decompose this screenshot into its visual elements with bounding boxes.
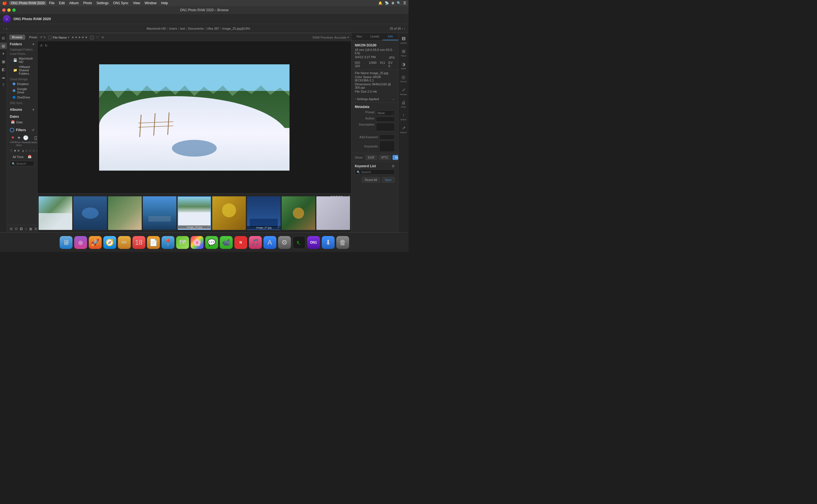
screen-icon[interactable]: 🖥	[391, 1, 395, 5]
breadcrumb-users[interactable]: Users	[169, 27, 177, 30]
tab-browse[interactable]: Browse	[9, 35, 25, 40]
minimize-button[interactable]	[7, 8, 11, 12]
multi-icon[interactable]: ⊞	[34, 226, 37, 231]
filmstrip-icon[interactable]: ⊟	[14, 226, 18, 231]
photo-preview-area[interactable]: ↺ ↻	[37, 41, 351, 193]
airplay-icon[interactable]: 📡	[385, 1, 389, 5]
tab-presets[interactable]: Presets	[26, 35, 37, 40]
breadcrumb-file[interactable]: Image_25.jpg@18%	[222, 27, 250, 30]
pano-icon-item[interactable]: ⊞ Pano	[398, 48, 408, 58]
rotate-right-icon[interactable]: ↻	[43, 36, 46, 39]
close-button[interactable]	[2, 8, 6, 12]
menu-album[interactable]: Album	[67, 1, 80, 5]
reset-all-button[interactable]: Reset All	[362, 177, 380, 183]
dock-klokki[interactable]: ✏	[118, 236, 131, 249]
nav-back[interactable]: ‹	[3, 26, 5, 31]
file-name-dropdown-icon[interactable]: ▾	[68, 36, 69, 39]
dock-calendar[interactable]: 18	[132, 236, 145, 249]
focus-icon-item[interactable]: ◎ Focus	[398, 73, 408, 84]
effects-icon[interactable]: ✦	[0, 50, 7, 57]
color-label-swatch[interactable]	[90, 36, 94, 39]
strip-thumb-7[interactable]: Image_27.jpg ⤢	[247, 196, 281, 230]
star-rate-4[interactable]: ★	[81, 36, 84, 39]
strip-thumb-4[interactable]	[143, 196, 176, 230]
dock-trash[interactable]: 🗑	[336, 236, 349, 249]
menu-settings[interactable]: Settings	[95, 1, 110, 5]
dock-safari[interactable]: 🧭	[103, 236, 116, 249]
tab-nav[interactable]: Nav	[351, 33, 367, 40]
rotate-left-icon[interactable]: ↺	[40, 36, 42, 39]
cloud-icon[interactable]: ☁	[0, 74, 7, 81]
single-icon[interactable]: □	[24, 226, 27, 231]
tab-levels[interactable]: Levels	[367, 33, 383, 40]
keyword-gear-icon[interactable]: ⚙	[392, 164, 395, 168]
star-rate-1[interactable]: ★	[71, 36, 74, 39]
albums-add-button[interactable]: +	[32, 107, 34, 112]
show-none-btn[interactable]: None	[393, 155, 398, 160]
author-input[interactable]	[376, 117, 395, 122]
dock-siri[interactable]: ◎	[74, 236, 87, 249]
filter-liked[interactable]: ♥ Liked	[10, 135, 16, 147]
heart-outline-icon[interactable]: ♥	[14, 149, 16, 153]
strip-thumb-2[interactable]	[73, 196, 107, 230]
calendar-icon[interactable]: 📅	[28, 155, 32, 159]
all-time-label[interactable]: All Time	[13, 155, 27, 159]
dock-maps[interactable]: 📍	[161, 236, 174, 249]
dock-finder[interactable]: 🖥	[60, 236, 72, 249]
star-1[interactable]: ☆	[25, 149, 28, 153]
layers-icon-item[interactable]: ⊟ Layers	[398, 35, 408, 45]
macintosh-hd-item[interactable]: › 💾 Macintosh HD	[7, 56, 37, 64]
strip-thumb-5-selected[interactable]: Image_25.jpg ♡ ⤢	[177, 196, 211, 230]
nav-forward[interactable]: ›	[6, 26, 7, 31]
dock-messages[interactable]: 💬	[205, 236, 218, 249]
keywords-box[interactable]	[379, 141, 395, 152]
show-iptc-btn[interactable]: IPTC	[379, 155, 391, 160]
browse-icon[interactable]: ⊞	[0, 35, 7, 41]
portrait-icon[interactable]: ▣	[0, 58, 7, 65]
panel-toggle-icon[interactable]: ⊞	[9, 226, 13, 231]
help-icon[interactable]: ?	[0, 82, 7, 88]
filter-recent[interactable]: 🕐 Recent	[22, 135, 30, 147]
dock-pages[interactable]: 📄	[147, 236, 160, 249]
export-icon-item[interactable]: ↗ Export	[398, 124, 408, 135]
dock-facetime[interactable]: 📹	[220, 236, 233, 249]
dock-music[interactable]: 🎵	[249, 236, 262, 249]
star-rate-2[interactable]: ★	[75, 36, 77, 39]
strip-expand-7[interactable]: ⤢	[277, 226, 280, 229]
maximize-button[interactable]	[12, 8, 16, 12]
vmware-item[interactable]: › 📁 VMware Shared Folders	[7, 64, 37, 76]
count-next[interactable]: ›	[404, 27, 405, 30]
resize-icon-item[interactable]: ⤢ Resize	[398, 86, 408, 97]
control-center-icon[interactable]: ☰	[403, 1, 406, 5]
compare-icon[interactable]: ▣	[29, 226, 33, 231]
breadcrumb-macintosh-hd[interactable]: Macintosh HD	[147, 27, 166, 30]
star-rate-5[interactable]: ★	[85, 36, 88, 39]
menu-photo[interactable]: Photo	[81, 1, 93, 5]
dock-news[interactable]: N	[234, 236, 247, 249]
onedrive-item[interactable]: OneDrive	[7, 95, 37, 100]
menu-on1sync[interactable]: ON1 Sync	[111, 1, 130, 5]
menu-view[interactable]: View	[131, 1, 142, 5]
strip-thumb-6[interactable]	[212, 196, 246, 230]
star-rate-3[interactable]: ★	[78, 36, 81, 39]
dropbox-item[interactable]: Dropbox	[7, 81, 37, 86]
share-icon-item[interactable]: ↑ Share	[398, 112, 408, 122]
menu-edit[interactable]: Edit	[57, 1, 67, 5]
strip-thumb-9[interactable]	[316, 196, 350, 230]
star-2[interactable]: ☆	[29, 149, 32, 153]
menu-app[interactable]: ON1 Photo RAW 2020	[9, 1, 46, 5]
dock-maps2[interactable]: 🗺	[176, 236, 189, 249]
dock-systemprefs[interactable]: ⚙	[278, 236, 291, 249]
print-icon-item[interactable]: 🖨 Print	[398, 99, 408, 109]
count-prev[interactable]: ‹	[402, 27, 403, 30]
file-name-checkbox[interactable]	[48, 36, 51, 39]
tab-info[interactable]: Info	[382, 33, 398, 40]
menu-help[interactable]: Help	[159, 1, 170, 5]
search-input[interactable]	[16, 162, 32, 165]
filter-catalogued[interactable]: ◫ Catalogued	[30, 135, 37, 147]
dock-on1[interactable]: ON1	[307, 236, 320, 249]
strip-expand-5[interactable]: ⤢	[207, 225, 210, 228]
settings-arrow-icon[interactable]: ⌄	[392, 97, 395, 101]
develop-icon[interactable]: ◎	[0, 43, 7, 49]
x-filter-icon[interactable]: ✕	[17, 149, 20, 153]
